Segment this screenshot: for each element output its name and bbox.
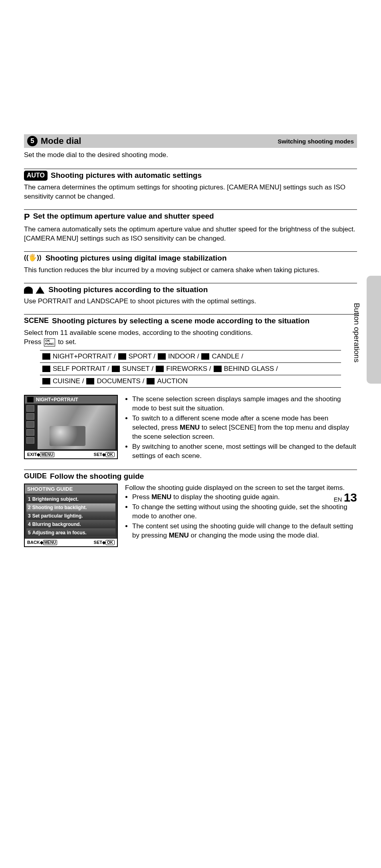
menu-box-icon: MENU bbox=[40, 452, 54, 457]
guide-item-label: Shooting into backlight. bbox=[32, 505, 87, 510]
section-auto: AUTO Shooting pictures with automatic se… bbox=[24, 169, 357, 201]
set-text: SET bbox=[94, 452, 102, 457]
scene-body1: Select from 11 available scene modes, ac… bbox=[24, 328, 357, 338]
scene-body2-pre: Press bbox=[24, 338, 43, 346]
page-number-value: 13 bbox=[344, 491, 357, 504]
guide-item-number: 3 bbox=[28, 513, 31, 519]
portrait-landscape-icons bbox=[24, 285, 45, 295]
guide-item-number: 4 bbox=[28, 522, 31, 527]
lcd-side-icons bbox=[25, 404, 36, 451]
lcd-side-icon bbox=[26, 413, 34, 420]
p-heading: Set the optimum aperture value and shutt… bbox=[33, 211, 214, 221]
lcd-set-label: SET◆OK bbox=[94, 452, 115, 457]
fireworks-icon bbox=[156, 366, 164, 372]
guide-intro: Follow the shooting guide displayed on t… bbox=[125, 484, 357, 493]
scene-label: INDOOR / bbox=[168, 352, 199, 360]
landscape-icon bbox=[36, 287, 44, 294]
scene-label: AUCTION bbox=[157, 377, 188, 385]
scene-label: FIREWORKS / bbox=[166, 365, 211, 373]
lcd-exit-label: EXIT◆MENU bbox=[27, 452, 54, 457]
section-p: P Set the optimum aperture value and shu… bbox=[24, 209, 357, 243]
lcd-body bbox=[25, 404, 117, 451]
scene-row-3: CUISINE / DOCUMENTS / AUCTION bbox=[40, 375, 341, 388]
scene-bullets: The scene selection screen displays samp… bbox=[125, 395, 357, 462]
p-body: The camera automatically sets the optimu… bbox=[24, 225, 357, 243]
bullet-item: The scene selection screen displays samp… bbox=[132, 395, 357, 413]
scene-row-2: SELF PORTRAIT / SUNSET / FIREWORKS / BEH… bbox=[40, 363, 341, 375]
section-portrait-landscape: Shooting pictures according to the situa… bbox=[24, 283, 357, 307]
guide-heading: Follow the shooting guide bbox=[50, 472, 144, 482]
auto-heading: Shooting pictures with automatic setting… bbox=[51, 171, 202, 181]
guide-panel-body: 1Brightening subject.2Shooting into back… bbox=[25, 494, 117, 539]
header-subtitle: Switching shooting modes bbox=[278, 138, 354, 145]
lcd-side-icon bbox=[26, 405, 34, 412]
stabilization-heading: Shooting pictures using digital image st… bbox=[46, 253, 227, 263]
scene-detail-row: NIGHT+PORTRAIT EXIT◆MENU SET◆OK bbox=[24, 395, 357, 462]
guide-menu-item: 4Blurring background. bbox=[26, 520, 115, 529]
documents-icon bbox=[86, 378, 94, 384]
lcd-side-icon bbox=[26, 421, 34, 428]
portrait-icon bbox=[24, 287, 33, 294]
lcd-title-bar: NIGHT+PORTRAIT bbox=[25, 396, 117, 404]
page-content: 5 Mode dial Switching shooting modes Set… bbox=[0, 0, 381, 571]
guide-menu-item: 1Brightening subject. bbox=[26, 495, 115, 504]
guide-item-label: Set particular lighting. bbox=[32, 513, 83, 519]
ok-box-icon: OK bbox=[105, 452, 115, 457]
scene-label: BEHIND GLASS / bbox=[224, 365, 278, 373]
ok-box-icon: OK bbox=[105, 540, 115, 545]
guide-text-column: Follow the shooting guide displayed on t… bbox=[125, 484, 357, 541]
stabilization-body: This function reduces the blur incurred … bbox=[24, 266, 357, 275]
side-tab bbox=[367, 276, 381, 384]
scene-body2: Press OK FUNC to set. bbox=[24, 338, 357, 347]
guide-detail-row: SHOOTING GUIDE 1Brightening subject.2Sho… bbox=[24, 484, 357, 547]
page-lang: EN bbox=[334, 496, 342, 503]
guide-set-label: SET◆OK bbox=[94, 540, 115, 545]
pl-heading: Shooting pictures according to the situa… bbox=[48, 285, 208, 295]
side-section-label: Button operations bbox=[352, 303, 361, 362]
header-title: Mode dial bbox=[41, 136, 81, 146]
lcd-side-icon bbox=[26, 429, 34, 436]
section-guide: GUIDE Follow the shooting guide SHOOTING… bbox=[24, 470, 357, 547]
scene-lcd-panel: NIGHT+PORTRAIT EXIT◆MENU SET◆OK bbox=[24, 395, 118, 459]
scene-label: CUISINE / bbox=[53, 377, 84, 385]
scene-body2-post: to set. bbox=[58, 338, 76, 346]
set-text: SET bbox=[94, 540, 102, 545]
bullet-item: To switch to a different scene mode afte… bbox=[132, 414, 357, 442]
p-mode-icon: P bbox=[24, 211, 30, 223]
bullet-item: Press MENU to display the shooting guide… bbox=[132, 493, 357, 502]
scene-label: SPORT / bbox=[129, 352, 155, 360]
guide-panel-title: SHOOTING GUIDE bbox=[25, 484, 117, 494]
guide-menu-item: 3Set particular lighting. bbox=[26, 512, 115, 520]
header-title-group: 5 Mode dial bbox=[27, 136, 81, 146]
bullet-item: By switching to another scene, most sett… bbox=[132, 442, 357, 461]
stabilization-icon: ((🖐)) bbox=[24, 253, 42, 262]
scene-label: NIGHT+PORTRAIT / bbox=[53, 352, 116, 360]
section-header-bar: 5 Mode dial Switching shooting modes bbox=[24, 134, 357, 148]
lcd-mode-icon bbox=[27, 397, 34, 402]
lcd-side-icon bbox=[26, 437, 34, 444]
guide-lcd-panel: SHOOTING GUIDE 1Brightening subject.2Sho… bbox=[24, 484, 118, 547]
guide-menu-item: 5Adjusting area in focus. bbox=[26, 529, 115, 537]
lcd-title-text: NIGHT+PORTRAIT bbox=[36, 397, 78, 402]
indoor-icon bbox=[158, 353, 166, 360]
lcd-footer: EXIT◆MENU SET◆OK bbox=[25, 451, 117, 458]
guide-bullets: Press MENU to display the shooting guide… bbox=[125, 493, 357, 540]
scene-badge: SCENE bbox=[24, 316, 49, 325]
scene-label: SELF PORTRAIT / bbox=[53, 365, 109, 373]
guide-badge: GUIDE bbox=[24, 472, 47, 481]
auto-badge-icon: AUTO bbox=[24, 171, 48, 181]
auction-icon bbox=[147, 378, 155, 384]
bullet-item: The content set using the shooting guide… bbox=[132, 522, 357, 540]
guide-item-label: Adjusting area in focus. bbox=[32, 530, 87, 536]
scene-heading: Shooting pictures by selecting a scene m… bbox=[52, 316, 310, 326]
section-scene: SCENE Shooting pictures by selecting a s… bbox=[24, 314, 357, 461]
scene-row-1: NIGHT+PORTRAIT / SPORT / INDOOR / CANDLE… bbox=[40, 350, 341, 363]
bullet-item: To change the setting without using the … bbox=[132, 503, 357, 521]
intro-text: Set the mode dial to the desired shootin… bbox=[24, 151, 357, 159]
candle-icon bbox=[201, 353, 209, 360]
scene-label: CANDLE / bbox=[212, 352, 243, 360]
guide-item-label: Brightening subject. bbox=[32, 496, 79, 502]
section-stabilization: ((🖐)) Shooting pictures using digital im… bbox=[24, 251, 357, 275]
guide-item-number: 2 bbox=[28, 505, 31, 510]
self-portrait-icon bbox=[42, 366, 50, 372]
